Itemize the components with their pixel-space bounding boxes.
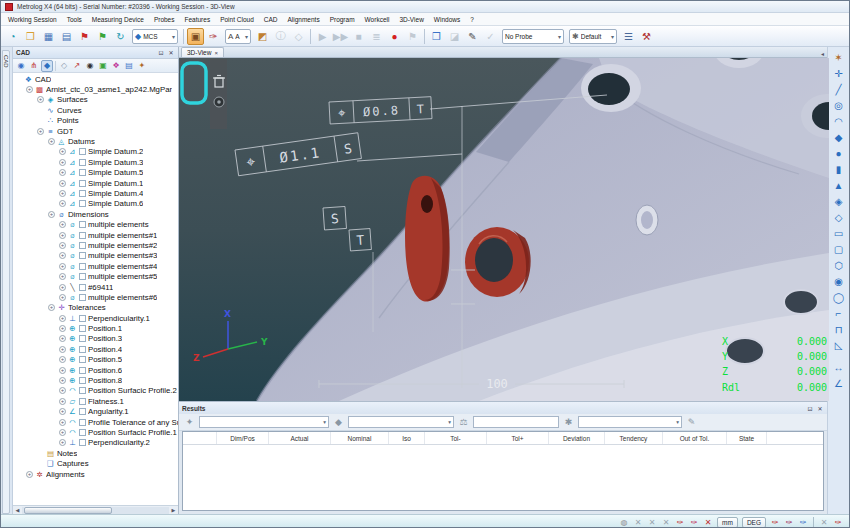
sketch-icon[interactable]: ◩ (254, 28, 271, 45)
menu--[interactable]: ? (465, 15, 479, 24)
tree-checkbox[interactable] (79, 315, 86, 322)
tree-item-position-8[interactable]: +⊕Position.8 (13, 375, 178, 385)
tree-item-multiple-elements-4[interactable]: +⌀multiple elements#4 (13, 261, 178, 271)
tree-checkbox[interactable] (79, 356, 86, 363)
tree-item-alignments[interactable]: +✲Alignments (13, 469, 178, 479)
cad-eye-icon[interactable]: ◉ (84, 60, 96, 72)
angle-cone-icon[interactable]: ◺ (830, 337, 847, 353)
circle-icon[interactable]: ◎ (830, 97, 847, 113)
flag-icon[interactable]: ⚑ (76, 28, 93, 45)
expander-icon[interactable]: + (59, 367, 66, 374)
tree-checkbox[interactable] (79, 252, 86, 259)
units-badge[interactable]: mm (717, 517, 738, 528)
probe-tool-icon[interactable]: ✑ (205, 28, 222, 45)
cylinder-icon[interactable]: ▮ (830, 161, 847, 177)
expander-icon[interactable]: + (59, 273, 66, 280)
expander-icon[interactable]: + (59, 408, 66, 415)
tree-checkbox[interactable] (79, 398, 86, 405)
tree-checkbox[interactable] (79, 242, 86, 249)
stop-icon[interactable]: ■ (350, 28, 367, 45)
colors-flag-icon[interactable]: ⚑ (94, 28, 111, 45)
expander-icon[interactable]: + (37, 128, 44, 135)
tree-checkbox[interactable] (79, 408, 86, 415)
probe-new-icon[interactable]: ◪ (446, 28, 463, 45)
tree-item-dimensions[interactable]: +⌀Dimensions (13, 209, 178, 219)
chevron-down-icon[interactable]: ▾ (172, 33, 175, 40)
tree-item-surfaces[interactable]: +◈Surfaces (13, 95, 178, 105)
column-tol-[interactable]: Tol+ (487, 432, 549, 444)
tree-item-position-5[interactable]: +⊕Position.5 (13, 355, 178, 365)
tree-item-simple-datum-5[interactable]: +⊿Simple Datum.5 (13, 168, 178, 178)
filter-input[interactable] (473, 416, 559, 428)
viewport-3d[interactable]: ⌖ Ø0.8 T ⌖ Ø1.1 S (179, 58, 827, 401)
tree-checkbox[interactable] (79, 325, 86, 332)
sphere-icon[interactable]: ● (830, 145, 847, 161)
sensor-1-icon[interactable]: ✑ (768, 516, 782, 528)
program-flow-icon[interactable]: ≣ (368, 28, 385, 45)
tree-item-cad[interactable]: ❖CAD (13, 74, 178, 84)
tree-checkbox[interactable] (79, 387, 86, 394)
construct-icon[interactable]: ✶ (830, 49, 847, 65)
menu-3d-view[interactable]: 3D-View (394, 15, 428, 24)
expander-icon[interactable]: + (26, 86, 33, 93)
rectangle-icon[interactable]: ▭ (830, 225, 847, 241)
tree-checkbox[interactable] (79, 200, 86, 207)
tree-checkbox[interactable] (79, 159, 86, 166)
tree-checkbox[interactable] (79, 263, 86, 270)
tree-item-multiple-elements-5[interactable]: +⌀multiple elements#5 (13, 271, 178, 281)
highlighted-feature-boss[interactable] (405, 176, 450, 302)
tree-item-notes[interactable]: ▤Notes (13, 448, 178, 458)
scroll-thumb[interactable] (24, 507, 112, 514)
axis-small-icon[interactable]: ◆ (332, 417, 345, 427)
tree-checkbox[interactable] (79, 169, 86, 176)
report-flag-icon[interactable]: ⚑ (404, 28, 421, 45)
expander-icon[interactable]: + (59, 284, 66, 291)
expander-icon[interactable]: + (59, 180, 66, 187)
tree-checkbox[interactable] (79, 294, 86, 301)
tree-item-multiple-elements-1[interactable]: +⌀multiple elements#1 (13, 230, 178, 240)
expander-icon[interactable]: + (59, 263, 66, 270)
expander-icon[interactable]: + (59, 242, 66, 249)
cad-plane-icon[interactable]: ◇ (58, 60, 70, 72)
expander-icon[interactable]: + (59, 398, 66, 405)
tree-item-position-6[interactable]: +⊕Position.6 (13, 365, 178, 375)
edit-pen-icon[interactable]: ✎ (685, 417, 698, 427)
record-icon[interactable]: ● (386, 28, 403, 45)
feature-bulb-icon[interactable]: ✦ (183, 417, 196, 427)
format-combo[interactable]: ▾ (578, 416, 682, 428)
working-session-icon[interactable]: ◔ (4, 28, 21, 45)
menu-point-cloud[interactable]: Point Cloud (215, 15, 259, 24)
freeform-icon[interactable]: ◈ (830, 193, 847, 209)
menu-windows[interactable]: Windows (429, 15, 465, 24)
expander-icon[interactable]: + (48, 304, 55, 311)
tree-item-profile-tolerance-of-any-su[interactable]: +◠Profile Tolerance of any Su (13, 417, 178, 427)
tree-item--69411[interactable]: +╲#69411 (13, 282, 178, 292)
probe-combo[interactable]: No Probe▾ (502, 29, 564, 44)
tree-checkbox[interactable] (79, 377, 86, 384)
expander-icon[interactable]: + (48, 138, 55, 145)
surface-icon[interactable]: ◇ (830, 209, 847, 225)
expander-icon[interactable]: + (59, 439, 66, 446)
alignment-combo[interactable]: ▾ (348, 416, 454, 428)
pin-icon[interactable]: ⊡ (157, 49, 165, 56)
clear-x2-icon[interactable]: ✕ (645, 516, 659, 528)
cad-box-icon[interactable]: ▣ (187, 28, 204, 45)
tree-hscrollbar[interactable]: ◀ ▶ (13, 505, 178, 514)
expander-icon[interactable]: + (59, 169, 66, 176)
sensor-2-icon[interactable]: ✑ (782, 516, 796, 528)
expander-icon[interactable]: + (59, 294, 66, 301)
probe-folder-icon[interactable]: ❒ (428, 28, 445, 45)
tree-item-simple-datum-2[interactable]: +⊿Simple Datum.2 (13, 147, 178, 157)
cad-solid-icon[interactable]: ◆ (41, 60, 53, 72)
tree-checkbox[interactable] (79, 180, 86, 187)
tree-checkbox[interactable] (79, 148, 86, 155)
check-probe-icon[interactable]: ✓ (482, 28, 499, 45)
rotate-view-icon[interactable]: ↻ (112, 28, 129, 45)
tab-3d-view[interactable]: 3D-View × (181, 47, 224, 57)
column-actual[interactable]: Actual (269, 432, 331, 444)
tree-checkbox[interactable] (79, 429, 86, 436)
tree-item-simple-datum-4[interactable]: +⊿Simple Datum.4 (13, 188, 178, 198)
round-hole-icon[interactable]: ◉ (830, 273, 847, 289)
expander-icon[interactable]: + (59, 159, 66, 166)
tree-checkbox[interactable] (79, 419, 86, 426)
